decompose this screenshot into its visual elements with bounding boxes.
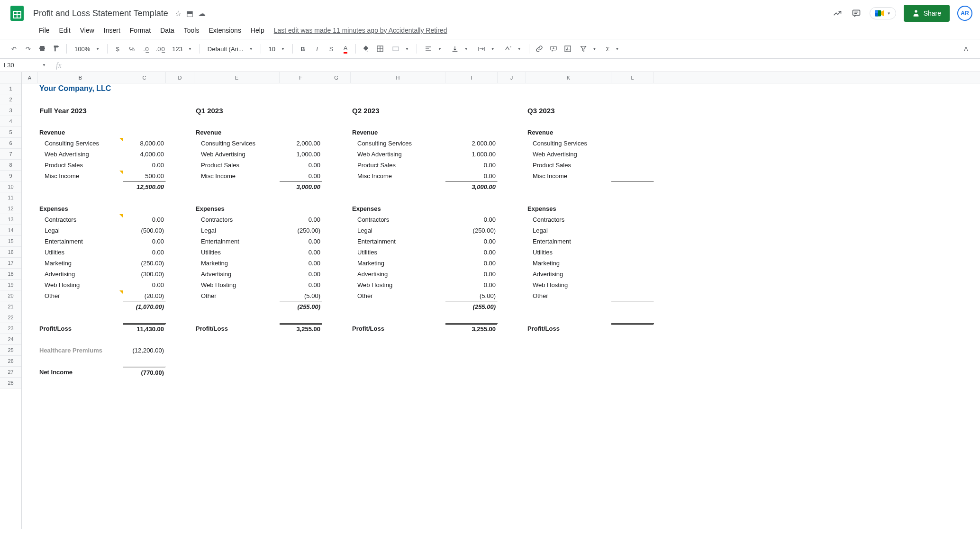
cell[interactable]: [498, 214, 526, 225]
cell[interactable]: Q2 2023: [351, 105, 445, 116]
cell[interactable]: [166, 203, 194, 214]
cell[interactable]: 2,000.00: [445, 138, 498, 149]
cell[interactable]: [22, 258, 38, 269]
cell[interactable]: [526, 192, 611, 203]
cell[interactable]: [498, 181, 526, 192]
menu-format[interactable]: Format: [126, 25, 154, 36]
cell[interactable]: 1,000.00: [445, 149, 498, 160]
cell[interactable]: [498, 160, 526, 171]
cell[interactable]: [166, 214, 194, 225]
cell[interactable]: Utilities: [351, 247, 445, 258]
cell[interactable]: [22, 225, 38, 236]
cell[interactable]: 0.00: [445, 247, 498, 258]
cell[interactable]: [351, 367, 445, 378]
cell[interactable]: [611, 356, 654, 367]
chart-icon[interactable]: [562, 43, 574, 55]
cell[interactable]: [123, 312, 166, 323]
row-header[interactable]: 25: [0, 345, 21, 356]
cell[interactable]: [280, 127, 322, 138]
more-formats-select[interactable]: 123▼: [168, 44, 196, 54]
cell[interactable]: [166, 367, 194, 378]
cell[interactable]: Consulting Services: [38, 138, 123, 149]
cell[interactable]: 0.00: [280, 247, 322, 258]
cell[interactable]: [445, 127, 498, 138]
cell[interactable]: [194, 181, 280, 192]
cell[interactable]: [498, 94, 526, 105]
cell[interactable]: Profit/Loss: [38, 323, 123, 334]
cell[interactable]: [498, 192, 526, 203]
cell[interactable]: [445, 345, 498, 356]
cell[interactable]: 0.00: [123, 236, 166, 247]
cell[interactable]: [280, 367, 322, 378]
cell[interactable]: [498, 258, 526, 269]
row-header[interactable]: 1: [0, 83, 21, 94]
cell[interactable]: [526, 301, 611, 312]
cell[interactable]: Product Sales: [38, 160, 123, 171]
cell[interactable]: [498, 247, 526, 258]
cell[interactable]: Legal: [38, 225, 123, 236]
cell[interactable]: [166, 280, 194, 290]
cell[interactable]: [611, 236, 654, 247]
comment-icon[interactable]: [547, 43, 560, 55]
cell[interactable]: [280, 378, 322, 388]
cell[interactable]: Utilities: [38, 247, 123, 258]
cell[interactable]: 0.00: [123, 214, 166, 225]
cell[interactable]: [498, 345, 526, 356]
cell[interactable]: [498, 105, 526, 116]
cell[interactable]: [322, 192, 351, 203]
cell[interactable]: [123, 334, 166, 345]
cell[interactable]: Profit/Loss: [194, 323, 280, 334]
comments-icon[interactable]: [851, 8, 862, 19]
cell[interactable]: [351, 345, 445, 356]
col-header[interactable]: H: [351, 72, 445, 83]
cell[interactable]: 0.00: [280, 171, 322, 181]
cell[interactable]: [351, 334, 445, 345]
cell[interactable]: Revenue: [194, 127, 280, 138]
cell[interactable]: [166, 356, 194, 367]
cell[interactable]: 0.00: [445, 236, 498, 247]
cell[interactable]: [351, 378, 445, 388]
cell[interactable]: [351, 181, 445, 192]
cell[interactable]: [22, 116, 38, 127]
cell[interactable]: [498, 83, 526, 94]
cell[interactable]: [166, 269, 194, 280]
cell[interactable]: [123, 378, 166, 388]
wrap-select[interactable]: ▼: [474, 43, 499, 54]
cell[interactable]: [611, 94, 654, 105]
cell[interactable]: [22, 181, 38, 192]
col-header[interactable]: A: [22, 72, 38, 83]
cell[interactable]: 0.00: [280, 280, 322, 290]
cell[interactable]: [611, 181, 654, 192]
cell[interactable]: 3,000.00: [445, 181, 498, 192]
cell[interactable]: 500.00: [123, 171, 166, 181]
cell[interactable]: [194, 378, 280, 388]
cell[interactable]: Contractors: [351, 214, 445, 225]
cell[interactable]: [166, 323, 194, 334]
cell[interactable]: [351, 94, 445, 105]
row-header[interactable]: 13: [0, 214, 21, 225]
avatar[interactable]: AR: [957, 6, 972, 21]
cell[interactable]: Web Hosting: [38, 280, 123, 290]
cell[interactable]: [166, 181, 194, 192]
cell[interactable]: [611, 116, 654, 127]
cell[interactable]: Web Advertising: [38, 149, 123, 160]
cell[interactable]: Web Hosting: [526, 280, 611, 290]
cell[interactable]: 0.00: [280, 269, 322, 280]
share-button[interactable]: Share: [904, 5, 950, 22]
cell[interactable]: [166, 378, 194, 388]
cell[interactable]: [38, 192, 123, 203]
cell[interactable]: [166, 127, 194, 138]
row-header[interactable]: 22: [0, 312, 21, 323]
cell[interactable]: [611, 269, 654, 280]
row-header[interactable]: 9: [0, 171, 21, 181]
cell[interactable]: [166, 94, 194, 105]
cell[interactable]: [322, 367, 351, 378]
cell[interactable]: (5.00): [280, 290, 322, 301]
font-size-select[interactable]: 10▼: [265, 44, 289, 54]
cell[interactable]: Product Sales: [351, 160, 445, 171]
cell[interactable]: [498, 149, 526, 160]
filter-select[interactable]: ▼: [576, 43, 600, 54]
cell[interactable]: 0.00: [445, 269, 498, 280]
cell[interactable]: Other: [351, 290, 445, 301]
last-edit-link[interactable]: Last edit was made 11 minutes ago by Acc…: [270, 27, 447, 34]
